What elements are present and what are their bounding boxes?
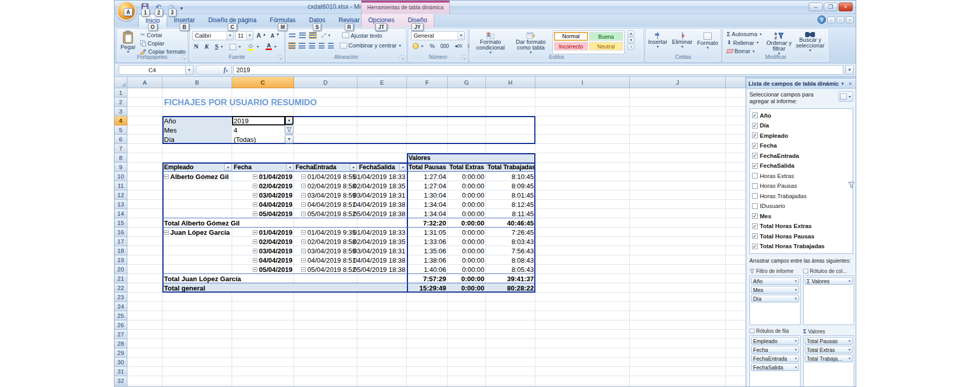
- cell-A21[interactable]: [127, 274, 162, 283]
- select-all-corner[interactable]: [115, 77, 127, 88]
- align-bottom-icon[interactable]: [309, 33, 316, 38]
- content-E17[interactable]: 02/04/2019 18:35: [357, 237, 407, 246]
- area-item-mes[interactable]: Mes▼: [751, 286, 799, 294]
- font-size-combo[interactable]: 11▼: [235, 31, 253, 40]
- cell-H30[interactable]: [486, 358, 535, 367]
- cell-J7[interactable]: [630, 144, 726, 153]
- workbook-close-button[interactable]: ×: [846, 17, 854, 23]
- office-button[interactable]: A: [117, 1, 136, 21]
- field-total-horas-extras[interactable]: ✓Total Horas Extras: [751, 221, 852, 232]
- cell-B29[interactable]: [162, 348, 232, 358]
- cell-I31[interactable]: [535, 367, 630, 376]
- cell-B23[interactable]: [162, 293, 232, 302]
- cell-B12[interactable]: [162, 190, 232, 200]
- cell-A17[interactable]: [127, 237, 162, 246]
- area-item-dropdown[interactable]: ▼: [848, 357, 852, 360]
- cell-H29[interactable]: [486, 348, 535, 358]
- content-F20[interactable]: 1:40:06: [407, 265, 448, 274]
- conditional-formatting-button[interactable]: Formato condicional ▼: [472, 30, 509, 54]
- checkbox-a-o[interactable]: ✓: [752, 112, 758, 118]
- content-D11[interactable]: −02/04/2019 8:58: [294, 181, 357, 190]
- cell-G6[interactable]: [448, 135, 486, 144]
- cell-C24[interactable]: [232, 302, 294, 311]
- cell-J9[interactable]: [630, 163, 726, 172]
- cell-G31[interactable]: [448, 367, 486, 376]
- cell-C26[interactable]: [232, 320, 294, 330]
- content-G21[interactable]: 0:00:00: [448, 274, 486, 283]
- cell-A22[interactable]: [127, 283, 162, 293]
- cell-B25[interactable]: [162, 311, 232, 320]
- field-list-close-icon[interactable]: ×: [846, 80, 854, 87]
- cell-C25[interactable]: [232, 311, 294, 320]
- area-item-dropdown[interactable]: ▼: [794, 366, 798, 369]
- row-header-25[interactable]: 25: [115, 311, 127, 320]
- shrink-font-button[interactable]: A▼: [269, 31, 281, 40]
- cell-I25[interactable]: [535, 311, 630, 320]
- collapse-icon[interactable]: −: [164, 230, 169, 235]
- cell-J17[interactable]: [630, 237, 726, 246]
- field-a-o[interactable]: ✓Año: [751, 110, 852, 121]
- cell-E15[interactable]: [357, 218, 407, 228]
- content-E11[interactable]: 02/04/2019 18:35: [357, 181, 407, 190]
- cell-J32[interactable]: [630, 376, 726, 385]
- content-H16[interactable]: 7:26:45: [486, 228, 535, 237]
- cell-G29[interactable]: [448, 348, 486, 358]
- content-E14[interactable]: 05/04/2019 18:38: [357, 209, 407, 218]
- area-item-dropdown[interactable]: ▼: [848, 280, 852, 283]
- cell-J4[interactable]: [630, 116, 726, 125]
- find-select-button[interactable]: Buscar y seleccionar ▼: [794, 30, 826, 54]
- cell-J5[interactable]: [630, 125, 726, 135]
- increase-decimal-button[interactable]: ◂00: [453, 43, 464, 49]
- cell-A11[interactable]: [127, 181, 162, 190]
- undo-button[interactable]: ↶ 2: [153, 2, 164, 12]
- cell-H5[interactable]: [486, 125, 535, 135]
- cell-A1[interactable]: [127, 88, 162, 98]
- fill-button[interactable]: ⬇ Rellenar ▼: [725, 39, 764, 46]
- row-header-27[interactable]: 27: [115, 330, 127, 339]
- format-as-table-dropdown[interactable]: ▼: [529, 51, 533, 54]
- checkbox-fechasalida[interactable]: ✓: [752, 163, 758, 169]
- cell-J18[interactable]: [630, 246, 726, 255]
- cell-A5[interactable]: [127, 125, 162, 135]
- pivot-header-dropdown-C9[interactable]: ▼: [286, 164, 293, 171]
- cell-C15[interactable]: [232, 218, 294, 228]
- qat-customize-dropdown[interactable]: ▼: [179, 3, 184, 11]
- collapse-icon[interactable]: −: [301, 202, 306, 207]
- content-G22[interactable]: 0:00:00: [448, 283, 486, 293]
- content-E20[interactable]: 05/04/2019 18:38: [357, 265, 407, 274]
- row-header-21[interactable]: 21: [115, 274, 127, 283]
- underline-button[interactable]: S▼: [214, 42, 225, 51]
- cell-I19[interactable]: [535, 255, 630, 265]
- cell-C1[interactable]: [232, 88, 294, 98]
- cell-H24[interactable]: [486, 302, 535, 311]
- cell-B3[interactable]: [162, 107, 232, 116]
- collapse-icon[interactable]: −: [253, 212, 257, 216]
- cell-I24[interactable]: [535, 302, 630, 311]
- cell-A9[interactable]: [127, 163, 162, 172]
- content-B6[interactable]: Día: [162, 135, 232, 144]
- cell-H25[interactable]: [486, 311, 535, 320]
- expand-formula-bar-button[interactable]: ▼: [845, 65, 854, 75]
- name-box[interactable]: C4: [119, 65, 186, 75]
- cell-I8[interactable]: [535, 153, 630, 163]
- cell-J10[interactable]: [630, 172, 726, 181]
- cell-J31[interactable]: [630, 367, 726, 376]
- content-F15[interactable]: 7:32:20: [407, 218, 448, 228]
- cell-B31[interactable]: [162, 367, 232, 376]
- gallery-scroll-down[interactable]: ▼: [628, 37, 634, 43]
- cell-I9[interactable]: [535, 163, 630, 172]
- content-E13[interactable]: 04/04/2019 18:38: [357, 200, 407, 209]
- row-header-30[interactable]: 30: [115, 358, 127, 367]
- content-D20[interactable]: −05/04/2019 8:52: [294, 265, 357, 274]
- cell-C29[interactable]: [232, 348, 294, 358]
- font-color-dropdown[interactable]: ▼: [273, 45, 277, 49]
- content-G10[interactable]: 0:00:00: [448, 172, 486, 181]
- cell-style-neutral[interactable]: Neutral: [589, 42, 623, 51]
- collapse-icon[interactable]: −: [253, 258, 257, 263]
- cell-H2[interactable]: [486, 98, 535, 107]
- cell-F32[interactable]: [407, 376, 448, 385]
- cell-E23[interactable]: [357, 293, 407, 302]
- underline-dropdown[interactable]: ▼: [220, 45, 223, 49]
- decrease-indent-icon[interactable]: [319, 43, 324, 49]
- cell-A19[interactable]: [127, 255, 162, 265]
